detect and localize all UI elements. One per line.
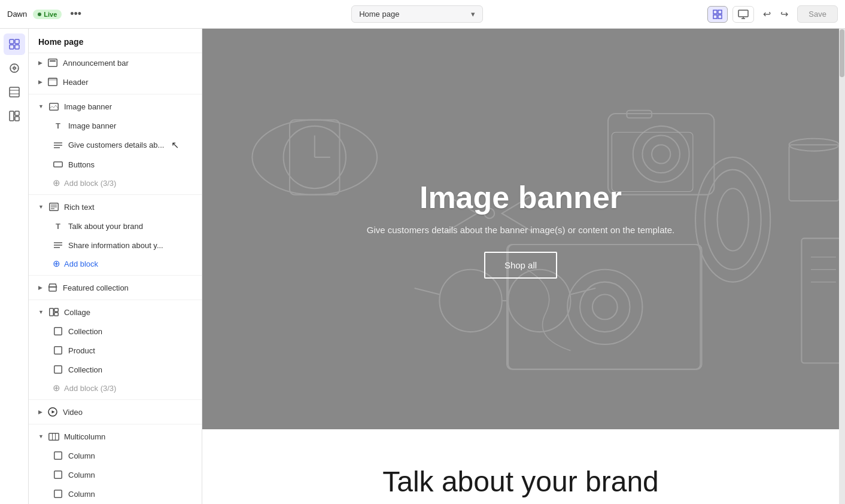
image-banner-icon	[48, 101, 59, 112]
sidebar-item-multicolumn-col-2[interactable]: Column	[29, 465, 202, 484]
collage-icon	[48, 307, 59, 317]
sidebar-icon-dashboard[interactable]	[4, 33, 25, 55]
svg-rect-36	[54, 347, 62, 355]
chevron-right-icon: ▶	[38, 60, 42, 66]
main-layout: Home page ▶ Announcement bar ▶ Header	[0, 29, 845, 504]
sidebar-item-collage[interactable]: ▼ Collage	[29, 303, 202, 322]
plus-icon: ⊕	[53, 178, 60, 188]
chevron-right-icon: ▶	[38, 79, 42, 85]
svg-point-57	[718, 188, 749, 251]
svg-rect-2	[713, 15, 717, 19]
sidebar-item-multicolumn-col-1[interactable]: Column	[29, 446, 202, 465]
sidebar-item-image-banner-desc[interactable]: Give customers details ab... ↖	[29, 135, 202, 155]
square-icon	[53, 345, 63, 356]
add-block-collage: ⊕ Add block (3/3)	[29, 379, 202, 397]
svg-rect-7	[10, 45, 14, 49]
divider-4	[29, 300, 202, 300]
add-block-image-banner: ⊕ Add block (3/3)	[29, 174, 202, 192]
chevron-down-icon: ▼	[38, 204, 44, 210]
panel-header: Home page	[29, 29, 202, 53]
image-banner-label: Image banner	[64, 102, 112, 111]
sidebar-item-rich-text[interactable]: ▼ Rich text	[29, 197, 202, 216]
sidebar-item-featured-collection[interactable]: ▶ Featured collection	[29, 278, 202, 297]
text-t-icon: T	[53, 221, 63, 231]
svg-rect-6	[15, 39, 19, 44]
sidebar-item-header[interactable]: ▶ Header	[29, 72, 202, 91]
selection-tool-button[interactable]	[707, 6, 728, 23]
banner-title: Image banner	[367, 179, 674, 215]
live-badge: Live	[33, 10, 62, 19]
text-t-icon: T	[53, 120, 63, 131]
scrollbar-thumb[interactable]	[840, 29, 844, 77]
svg-rect-35	[54, 328, 62, 335]
sidebar-item-collage-product[interactable]: Product	[29, 341, 202, 360]
sidebar-icon-theme[interactable]	[4, 57, 25, 79]
topbar-center: Home page ▾	[134, 5, 700, 23]
sidebar-item-collage-collection-2[interactable]: Collection	[29, 360, 202, 379]
desktop-view-button[interactable]	[732, 6, 754, 23]
live-label: Live	[44, 11, 57, 18]
image-banner-title-label: Image banner	[68, 121, 116, 130]
svg-rect-39	[49, 433, 59, 440]
undo-button[interactable]: ↩	[759, 5, 775, 23]
collage-collection-2-label: Collection	[68, 365, 102, 374]
video-icon	[47, 407, 58, 417]
svg-rect-43	[54, 471, 62, 479]
multicolumn-icon	[48, 431, 59, 442]
svg-rect-13	[15, 111, 19, 115]
collage-product-label: Product	[68, 346, 95, 355]
svg-rect-4	[738, 10, 748, 17]
multicolumn-label: Multicolumn	[64, 432, 105, 441]
plus-blue-icon: ⊕	[53, 258, 60, 269]
undo-redo-group: ↩ ↪	[759, 5, 792, 23]
lines-icon	[53, 240, 63, 251]
sidebar-icon-blocks[interactable]	[4, 105, 25, 127]
dashboard-icon	[9, 39, 20, 50]
sidebar-item-announcement-bar[interactable]: ▶ Announcement bar	[29, 53, 202, 72]
lines-icon	[53, 140, 63, 151]
sidebar-item-collage-collection-1[interactable]: Collection	[29, 322, 202, 341]
more-options-button[interactable]: •••	[68, 5, 84, 23]
sidebar-item-video[interactable]: ▶ Video	[29, 402, 202, 421]
theme-name: Dawn	[7, 10, 27, 19]
sidebar-item-multicolumn-col-3[interactable]: Column	[29, 484, 202, 503]
announcement-bar-icon	[47, 57, 58, 68]
chevron-down-icon: ▼	[38, 433, 44, 439]
divider-6	[29, 424, 202, 424]
square-icon	[53, 326, 63, 337]
header-icon	[47, 77, 58, 87]
svg-rect-37	[54, 366, 62, 374]
square-icon	[53, 488, 63, 499]
selection-icon	[713, 10, 722, 19]
sidebar-item-rich-text-body[interactable]: Share information about y...	[29, 236, 202, 255]
banner-section: Image banner Give customers details abou…	[202, 29, 839, 429]
redo-button[interactable]: ↪	[776, 5, 792, 23]
collage-label: Collage	[64, 308, 90, 317]
page-selector[interactable]: Home page ▾	[351, 5, 483, 23]
sidebar-item-rich-text-heading[interactable]: T Talk about your brand	[29, 216, 202, 236]
svg-rect-0	[713, 10, 717, 14]
sidebar-item-image-banner-buttons[interactable]: Buttons	[29, 155, 202, 174]
add-block-rich-text[interactable]: ⊕ Add block	[29, 255, 202, 273]
divider-5	[29, 399, 202, 400]
sidebar-item-multicolumn[interactable]: ▼ Multicolumn	[29, 427, 202, 446]
brand-title: Talk about your brand	[226, 465, 815, 498]
section-panel: Home page ▶ Announcement bar ▶ Header	[29, 29, 202, 504]
header-label: Header	[63, 78, 89, 87]
svg-rect-44	[54, 490, 62, 498]
rich-text-label: Rich text	[64, 203, 95, 212]
banner-shop-all-button[interactable]: Shop all	[484, 252, 557, 279]
svg-rect-18	[48, 78, 57, 81]
svg-rect-23	[54, 162, 63, 167]
sidebar-icon-sections[interactable]	[4, 81, 25, 103]
sidebar-item-image-banner-title[interactable]: T Image banner	[29, 116, 202, 135]
announcement-bar-label: Announcement bar	[63, 59, 129, 68]
sidebar-item-image-banner[interactable]: ▼ Image banner	[29, 97, 202, 116]
save-button[interactable]: Save	[797, 5, 838, 23]
chevron-down-icon: ▾	[471, 10, 475, 19]
banner-content: Image banner Give customers details abou…	[343, 155, 698, 303]
divider-1	[29, 94, 202, 94]
scrollbar-track[interactable]	[839, 29, 845, 504]
image-banner-buttons-label: Buttons	[68, 160, 95, 169]
live-dot	[38, 13, 41, 16]
